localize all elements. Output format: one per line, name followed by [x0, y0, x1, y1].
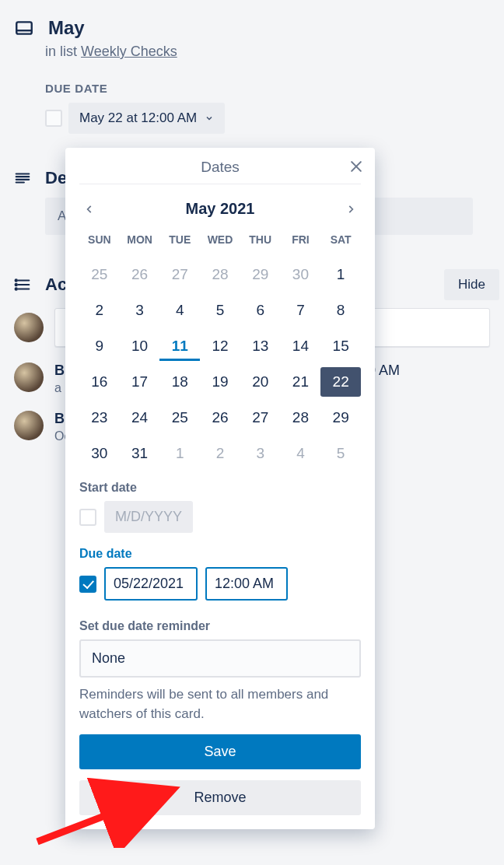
start-date-checkbox[interactable]: [79, 509, 96, 526]
calendar-day[interactable]: 24: [120, 403, 160, 432]
calendar-day[interactable]: 1: [159, 439, 200, 468]
calendar-day[interactable]: 26: [120, 260, 160, 289]
dow-header: FRI: [281, 227, 321, 254]
svg-point-9: [16, 279, 17, 281]
month-label: May 2021: [186, 200, 255, 218]
calendar-day[interactable]: 28: [281, 403, 321, 432]
dow-header: MON: [120, 227, 160, 254]
calendar-day[interactable]: 4: [281, 439, 321, 468]
calendar-day[interactable]: 9: [79, 331, 120, 361]
dow-header: THU: [240, 227, 281, 254]
svg-point-11: [16, 288, 17, 289]
reminder-select[interactable]: None: [79, 639, 361, 678]
next-month-button[interactable]: [342, 201, 359, 218]
due-complete-checkbox[interactable]: [45, 110, 62, 127]
calendar-day[interactable]: 30: [79, 439, 120, 468]
calendar-day[interactable]: 13: [240, 331, 281, 361]
reminder-label: Set due date reminder: [79, 619, 361, 633]
calendar-day[interactable]: 14: [281, 331, 321, 361]
dow-header: SUN: [79, 227, 120, 254]
calendar-day[interactable]: 29: [240, 260, 281, 289]
avatar: [14, 313, 44, 342]
dow-header: SAT: [320, 227, 361, 254]
svg-point-10: [16, 284, 17, 285]
calendar-day[interactable]: 18: [159, 367, 200, 397]
calendar-day[interactable]: 31: [120, 439, 160, 468]
card-title[interactable]: May: [48, 17, 85, 39]
card-icon: [14, 18, 34, 38]
due-date-label: Due date: [79, 547, 361, 561]
calendar-day[interactable]: 12: [200, 331, 240, 361]
calendar-day[interactable]: 28: [200, 260, 240, 289]
card-list-location: in list Weekly Checks: [45, 44, 490, 60]
popover-title: Dates: [201, 159, 240, 176]
calendar-day[interactable]: 29: [320, 403, 361, 432]
due-date-checkbox[interactable]: [79, 576, 96, 593]
due-date-chip[interactable]: May 22 at 12:00 AM: [68, 103, 225, 134]
avatar: [14, 411, 44, 440]
calendar-day[interactable]: 6: [240, 296, 281, 325]
calendar-day[interactable]: 23: [79, 403, 120, 432]
calendar-day[interactable]: 8: [320, 296, 361, 325]
calendar-day[interactable]: 2: [200, 439, 240, 468]
description-heading: De: [45, 168, 67, 188]
close-icon[interactable]: [348, 159, 364, 174]
start-date-input-disabled[interactable]: M/D/YYYY: [104, 501, 193, 533]
dow-header: WED: [200, 227, 240, 254]
calendar-day[interactable]: 25: [159, 403, 200, 432]
calendar-day[interactable]: 3: [240, 439, 281, 468]
reminder-hint: Reminders will be sent to all members an…: [79, 685, 361, 723]
calendar-day[interactable]: 16: [79, 367, 120, 397]
calendar-day[interactable]: 1: [320, 260, 361, 289]
due-time-input[interactable]: [205, 567, 288, 601]
calendar-day[interactable]: 11: [159, 331, 200, 361]
calendar-day[interactable]: 26: [200, 403, 240, 432]
calendar-day[interactable]: 5: [200, 296, 240, 325]
calendar-day[interactable]: 7: [281, 296, 321, 325]
avatar: [14, 362, 44, 392]
calendar-day[interactable]: 3: [120, 296, 160, 325]
calendar-day[interactable]: 19: [200, 367, 240, 397]
calendar-day[interactable]: 21: [281, 367, 321, 397]
calendar-day[interactable]: 5: [320, 439, 361, 468]
calendar-day[interactable]: 15: [320, 331, 361, 361]
calendar-day[interactable]: 30: [281, 260, 321, 289]
start-date-label: Start date: [79, 481, 361, 495]
calendar-day[interactable]: 27: [240, 403, 281, 432]
activity-icon: [14, 276, 31, 293]
due-date-section-label: DUE DATE: [45, 82, 490, 95]
save-button[interactable]: Save: [79, 734, 361, 769]
due-date-input[interactable]: [104, 567, 198, 601]
svg-rect-0: [16, 22, 32, 33]
dates-popover: Dates May 2021 SUNMONTUEWEDTHUFRISAT2526…: [65, 148, 375, 829]
chevron-down-icon: [205, 114, 214, 123]
description-icon: [14, 170, 31, 187]
calendar-day[interactable]: 20: [240, 367, 281, 397]
calendar-day[interactable]: 22: [320, 367, 361, 397]
calendar-day[interactable]: 17: [120, 367, 160, 397]
remove-button[interactable]: Remove: [79, 780, 361, 815]
calendar-day[interactable]: 10: [120, 331, 160, 361]
calendar-day[interactable]: 4: [159, 296, 200, 325]
calendar-grid: SUNMONTUEWEDTHUFRISAT2526272829301234567…: [79, 227, 361, 468]
dow-header: TUE: [159, 227, 200, 254]
hide-details-button[interactable]: Hide: [444, 269, 499, 300]
calendar-day[interactable]: 27: [159, 260, 200, 289]
list-link[interactable]: Weekly Checks: [81, 44, 177, 59]
calendar-day[interactable]: 25: [79, 260, 120, 289]
calendar-day[interactable]: 2: [79, 296, 120, 325]
activity-heading: Ac: [45, 275, 67, 295]
prev-month-button[interactable]: [81, 201, 98, 218]
